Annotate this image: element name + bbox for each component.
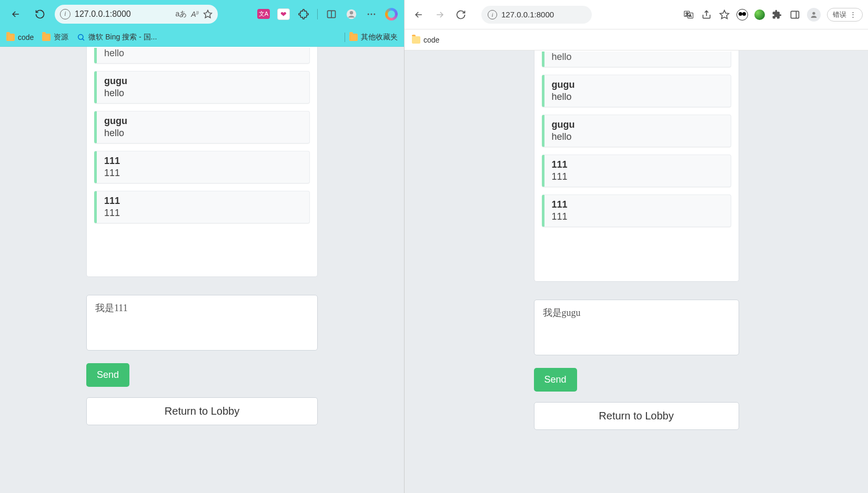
bookmark-label: 资源: [54, 33, 68, 42]
bookmark-folder-code[interactable]: code: [6, 33, 34, 42]
message-username: 111: [104, 196, 302, 207]
search-icon: [77, 33, 85, 42]
forward-button[interactable]: [431, 6, 449, 24]
message-username: gugu: [552, 119, 723, 130]
bookmark-other-favorites[interactable]: 其他收藏夹: [349, 33, 398, 42]
bookmark-label: code: [18, 33, 34, 42]
bookmark-label: 微软 Bing 搜索 - 国...: [88, 33, 157, 42]
bookmark-folder-resources[interactable]: 资源: [42, 33, 68, 42]
message-input[interactable]: [534, 300, 739, 355]
message-username: gugu: [552, 79, 723, 90]
message-text: hello: [104, 48, 302, 59]
chrome-toolbar: i 127.0.0.1:8000 文A: [405, 0, 868, 29]
bookmark-folder-code[interactable]: code: [412, 36, 439, 44]
message-list[interactable]: helloguguhelloguguhello111111111111: [86, 47, 318, 277]
message-text: 111: [552, 171, 723, 182]
bookmark-label: 其他收藏夹: [361, 33, 398, 42]
svg-line-9: [83, 38, 84, 40]
copilot-icon[interactable]: [385, 8, 398, 20]
message-text: hello: [552, 91, 723, 102]
chat-message: 111111: [542, 155, 731, 187]
edge-browser-window: i 127.0.0.1:8000 aあ A)) 文A ❤: [0, 0, 404, 493]
extension-icon[interactable]: 文A: [257, 9, 270, 19]
message-username: 111: [552, 199, 723, 210]
chrome-bookmarks-bar: code: [405, 29, 868, 50]
message-list[interactable]: helloguguhelloguguhello111111111111: [534, 50, 739, 282]
message-username: 111: [104, 156, 302, 167]
bookmark-bing[interactable]: 微软 Bing 搜索 - 国...: [77, 33, 157, 42]
return-to-lobby-button[interactable]: Return to Lobby: [86, 397, 318, 425]
return-to-lobby-button[interactable]: Return to Lobby: [534, 402, 739, 430]
extension-icon[interactable]: ❤: [277, 8, 290, 20]
profile-icon[interactable]: [345, 8, 358, 20]
separator: [345, 33, 345, 42]
chat-message: guguhello: [94, 71, 310, 104]
edge-bookmarks-bar: code 资源 微软 Bing 搜索 - 国... 其他收藏夹: [0, 28, 404, 47]
edge-toolbar: i 127.0.0.1:8000 aあ A)) 文A ❤: [0, 0, 404, 28]
back-button[interactable]: [410, 6, 428, 24]
svg-point-4: [350, 11, 353, 14]
chrome-address-bar[interactable]: i 127.0.0.1:8000: [481, 6, 592, 24]
bookmark-label: code: [423, 36, 439, 44]
message-text: 111: [104, 208, 302, 219]
send-button[interactable]: Send: [534, 368, 577, 392]
svg-point-7: [374, 13, 375, 15]
edge-address-bar[interactable]: i 127.0.0.1:8000 aあ A)): [55, 5, 218, 24]
chrome-browser-window: i 127.0.0.1:8000 文A: [404, 0, 868, 493]
side-panel-icon[interactable]: [789, 9, 801, 20]
svg-text:A: A: [689, 14, 692, 17]
chat-message: hello: [94, 48, 310, 64]
chat-message: guguhello: [94, 111, 310, 143]
refresh-button[interactable]: [31, 5, 49, 24]
translate-icon[interactable]: 文A: [683, 9, 694, 20]
more-menu-icon[interactable]: [365, 8, 378, 20]
error-indicator[interactable]: 错误 ⋮: [827, 8, 863, 22]
message-username: gugu: [104, 76, 302, 87]
error-label: 错误: [833, 10, 846, 19]
url-text: 127.0.0.1:8000: [501, 10, 554, 19]
message-text: hello: [552, 52, 723, 63]
svg-point-17: [812, 12, 815, 14]
folder-icon: [42, 34, 51, 41]
bookmark-star-icon[interactable]: [719, 9, 730, 20]
chat-message: 111111: [542, 194, 731, 227]
url-text: 127.0.0.1:8000: [75, 9, 171, 19]
svg-point-8: [78, 34, 83, 39]
refresh-button[interactable]: [452, 6, 470, 24]
reading-mode-icon[interactable]: aあ: [176, 9, 187, 19]
site-info-icon[interactable]: i: [60, 9, 70, 19]
message-text: 111: [104, 168, 302, 179]
send-button[interactable]: Send: [86, 363, 129, 387]
more-dots-icon: ⋮: [850, 11, 857, 18]
message-input[interactable]: [86, 295, 318, 351]
folder-icon: [412, 36, 420, 44]
chat-container: helloguguhelloguguhello111111111111 Send…: [81, 47, 323, 493]
message-username: gugu: [104, 116, 302, 127]
edge-toolbar-right: 文A ❤: [257, 8, 398, 20]
extensions-menu-icon[interactable]: [771, 9, 783, 20]
favorite-star-icon[interactable]: [203, 9, 213, 19]
message-text: hello: [552, 131, 723, 142]
chat-container: helloguguhelloguguhello111111111111 Send…: [529, 50, 744, 493]
font-size-icon[interactable]: A)): [191, 10, 199, 18]
folder-icon: [6, 34, 15, 41]
split-screen-icon[interactable]: [325, 8, 338, 20]
folder-icon: [349, 34, 358, 41]
extension-panda-icon[interactable]: [736, 9, 748, 20]
chat-message: 111111: [94, 191, 310, 223]
svg-rect-15: [791, 11, 799, 18]
extension-globe-icon[interactable]: [754, 9, 765, 20]
svg-marker-0: [204, 10, 212, 17]
back-button[interactable]: [6, 5, 25, 24]
chat-message: hello: [542, 52, 731, 67]
share-icon[interactable]: [701, 9, 712, 20]
svg-point-6: [371, 13, 372, 15]
message-text: hello: [104, 88, 302, 99]
chat-message: 111111: [94, 151, 310, 183]
message-username: 111: [552, 159, 723, 170]
site-info-icon[interactable]: i: [488, 10, 497, 19]
profile-icon[interactable]: [807, 8, 821, 22]
page-content: helloguguhelloguguhello111111111111 Send…: [0, 47, 404, 493]
message-text: hello: [104, 128, 302, 139]
extensions-menu-icon[interactable]: [297, 8, 310, 20]
